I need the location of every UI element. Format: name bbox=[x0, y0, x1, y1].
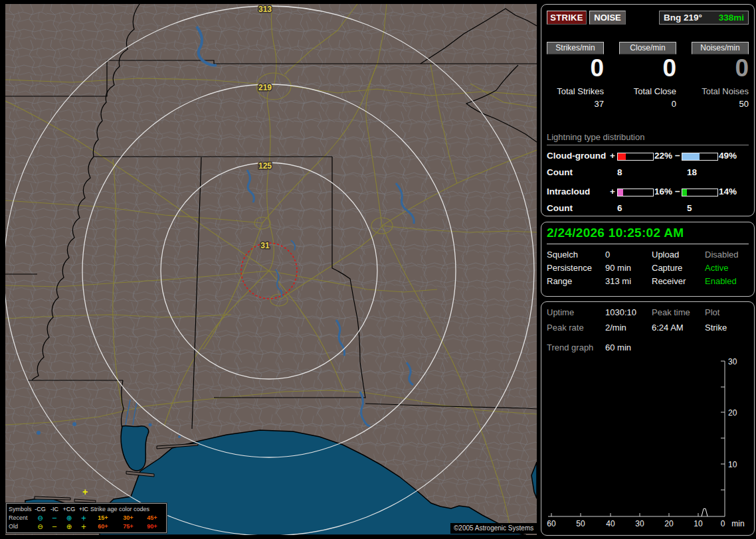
age-75: 75+ bbox=[116, 522, 141, 531]
upload-status: Disabled bbox=[705, 250, 739, 260]
bearing-distance: 338mi bbox=[719, 13, 744, 23]
cloud-ground-row: Cloud-ground + 22% − 49% bbox=[547, 151, 749, 167]
ic-minus-count: 5 bbox=[687, 203, 692, 213]
date-time: 2/24/2026 10:25:02 AM bbox=[547, 226, 749, 244]
old-pos-ic-icon: + bbox=[77, 522, 90, 531]
minus-sign: − bbox=[675, 151, 680, 161]
cg-minus-bar bbox=[682, 153, 718, 161]
legend-old-label: Old bbox=[9, 522, 33, 531]
total-close-label: Total Close bbox=[619, 86, 676, 96]
recent-pos-ic-icon: + bbox=[77, 514, 90, 522]
lightning-distribution: Lightning type distribution Cloud-ground… bbox=[547, 132, 749, 222]
ic-minus-bar bbox=[682, 189, 718, 196]
trend-label-row: Trend graph 60 min bbox=[541, 343, 754, 354]
trend-spike bbox=[702, 508, 708, 516]
x-tick-20: 20 bbox=[664, 519, 674, 528]
legend-col-neg-ic: -IC bbox=[48, 505, 61, 514]
trend-box: 30 20 10 60 50 40 30 20 10 0 min Uptime … bbox=[541, 301, 755, 536]
receiver-label: Receiver bbox=[652, 276, 686, 286]
age-45: 45+ bbox=[141, 514, 163, 522]
noise-toggle-button[interactable]: NOISE bbox=[589, 11, 626, 25]
total-noises-value: 50 bbox=[692, 99, 749, 109]
legend-age-header: Strike age color codes bbox=[90, 505, 163, 514]
capture-label: Capture bbox=[652, 263, 682, 273]
cloud-ground-count-row: Count 8 18 bbox=[547, 167, 749, 187]
total-close-value: 0 bbox=[619, 99, 676, 109]
plus-sign: + bbox=[610, 151, 615, 161]
age-30: 30+ bbox=[116, 514, 141, 522]
trend-graph: 30 20 10 60 50 40 30 20 10 0 min bbox=[541, 302, 754, 534]
persistence-label: Persistence bbox=[547, 263, 592, 273]
peak-time-label: Peak time bbox=[652, 307, 690, 317]
status-panel: STRIKE NOISE Bng 219° 338mi Strikes/min … bbox=[539, 0, 756, 539]
map-legend: Symbols -CG -IC +CG +IC Strike age color… bbox=[6, 503, 167, 533]
strikes-counter: Strikes/min 0 Total Strikes 37 bbox=[547, 42, 604, 109]
y-tick-10: 10 bbox=[728, 460, 737, 469]
ic-plus-bar-fill bbox=[618, 189, 623, 196]
cg-plus-count: 8 bbox=[617, 167, 622, 177]
strikes-rate-value: 0 bbox=[547, 55, 604, 82]
x-tick-10: 10 bbox=[694, 519, 703, 528]
ic-plus-bar bbox=[617, 189, 654, 196]
cg-minus-bar-fill bbox=[682, 153, 700, 160]
x-tick-40: 40 bbox=[606, 519, 615, 528]
x-tick-0: 0 bbox=[721, 519, 725, 528]
map-canvas: 313 219 125 31 + bbox=[5, 4, 537, 535]
x-tick-60: 60 bbox=[547, 519, 556, 528]
squelch-label: Squelch bbox=[547, 250, 578, 260]
recent-neg-ic-icon: − bbox=[48, 514, 61, 522]
x-axis-unit: min bbox=[731, 519, 744, 528]
minus-sign: − bbox=[675, 187, 680, 196]
cg-plus-percent: 22% bbox=[654, 151, 672, 161]
counters-box: STRIKE NOISE Bng 219° 338mi Strikes/min … bbox=[541, 4, 755, 216]
session-row: Peak rate 2/min 6:24 AM Strike bbox=[541, 323, 754, 335]
legend-symbols-header: Symbols bbox=[9, 505, 33, 514]
strike-toggle-button[interactable]: STRIKE bbox=[547, 11, 587, 25]
legend-col-pos-cg: +CG bbox=[61, 505, 77, 514]
total-strikes-label: Total Strikes bbox=[547, 86, 604, 96]
old-pos-cg-icon: ⊕ bbox=[61, 522, 77, 531]
peak-rate-label: Peak rate bbox=[547, 323, 584, 333]
persistence-value: 90 min bbox=[605, 263, 631, 273]
range-label: Range bbox=[547, 276, 572, 286]
recent-neg-cg-icon: ⊖ bbox=[33, 514, 48, 522]
peak-rate-value: 2/min bbox=[605, 323, 626, 333]
range-value: 313 mi bbox=[605, 276, 631, 286]
cg-minus-count: 18 bbox=[687, 167, 697, 177]
cg-plus-bar bbox=[617, 153, 654, 161]
total-strikes-value: 37 bbox=[547, 99, 604, 109]
ring-label-125: 125 bbox=[258, 161, 272, 171]
age-60: 60+ bbox=[90, 522, 116, 531]
bearing-readout: Bng 219° 338mi bbox=[659, 11, 749, 25]
radar-map[interactable]: 313 219 125 31 + Symbols -CG -IC +CG +IC… bbox=[5, 4, 537, 535]
total-noises-label: Total Noises bbox=[692, 86, 749, 96]
x-tick-50: 50 bbox=[576, 519, 585, 528]
legend-col-neg-cg: -CG bbox=[33, 505, 48, 514]
noises-per-min-button[interactable]: Noises/min bbox=[692, 42, 749, 54]
settings-row: Squelch 0 Upload Disabled bbox=[541, 250, 754, 262]
noises-rate-value: 0 bbox=[692, 55, 749, 82]
cg-plus-bar-fill bbox=[618, 153, 626, 160]
strikes-per-min-button[interactable]: Strikes/min bbox=[547, 42, 604, 54]
upload-label: Upload bbox=[652, 250, 679, 260]
count-label: Count bbox=[547, 203, 573, 213]
plus-sign: + bbox=[610, 187, 615, 196]
copyright-text: ©2005 Astrogenic Systems bbox=[450, 523, 537, 534]
bearing-value: Bng 219° bbox=[664, 13, 702, 23]
ic-plus-count: 6 bbox=[617, 203, 622, 213]
strike-symbol: + bbox=[82, 487, 88, 497]
trend-window-value: 60 min bbox=[605, 343, 631, 352]
close-counter: Close/min 0 Total Close 0 bbox=[619, 42, 676, 109]
legend-col-pos-ic: +IC bbox=[77, 505, 90, 514]
old-neg-cg-icon: ⊖ bbox=[33, 522, 48, 531]
peak-time-value: 6:24 AM bbox=[652, 323, 684, 333]
settings-row: Persistence 90 min Capture Active bbox=[541, 263, 754, 275]
recent-pos-cg-icon: ⊕ bbox=[61, 514, 77, 522]
age-90: 90+ bbox=[141, 522, 163, 531]
ic-minus-bar-fill bbox=[682, 189, 687, 196]
ring-label-313: 313 bbox=[258, 5, 272, 14]
close-per-min-button[interactable]: Close/min bbox=[619, 42, 676, 54]
legend-recent-label: Recent bbox=[9, 514, 33, 522]
intracloud-row: Intracloud + 16% − 14% bbox=[547, 187, 749, 203]
squelch-value: 0 bbox=[605, 250, 610, 260]
